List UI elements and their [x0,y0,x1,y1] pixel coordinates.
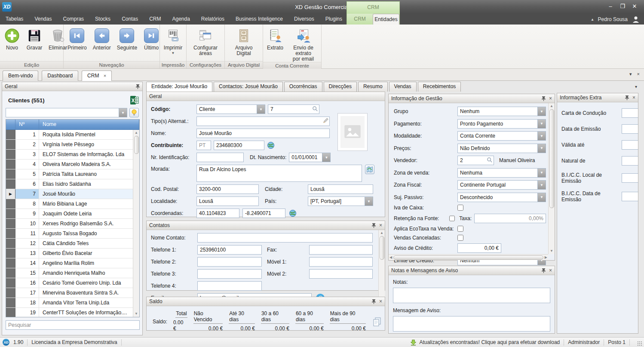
close-panel-icon[interactable]: × [379,223,382,228]
suj-passivo-dropdown[interactable]: Desconhecido▼ [457,193,546,202]
dt-nascimento-dropdown[interactable]: 01/01/0001▼ [289,153,331,162]
tab-list-dropdown-icon[interactable]: ▾ [629,71,632,77]
client-row[interactable]: ▶ 16 Cesário Tomé Guerreiro Unip. Lda [6,278,133,288]
seguinte-button[interactable]: Seguinte [114,26,140,51]
cidade-input[interactable] [308,184,373,194]
close-panel-icon[interactable]: × [379,299,382,304]
logged-user[interactable]: Pedro Sousa [598,16,628,22]
client-row[interactable]: ▶ 10 Xerxes Rodrigo Balsemão S.A. [6,219,133,229]
scroll-right-icon[interactable]: ▶ [545,255,547,259]
menu-item[interactable]: Agenda [166,14,195,25]
entity-photo-placeholder[interactable] [337,113,368,151]
movel2-input[interactable] [309,269,373,279]
client-row[interactable]: ▶ 18 Amanda Vítor Terra Unip.Lda [6,298,133,308]
tab-dashboard[interactable]: Dashboard [42,71,78,81]
scroll-down-icon[interactable]: ▼ [135,311,138,317]
resize-grip[interactable] [637,341,642,346]
extra-field-input[interactable] [622,173,638,183]
scroll-up-icon[interactable]: ▲ [550,103,553,109]
chevron-down-icon[interactable]: ▼ [537,144,546,153]
client-row[interactable]: ▶ 12 Cátia Cândido Teles [6,239,133,249]
scroll-up-icon[interactable]: ▲ [135,130,138,136]
ultimo-button[interactable]: Último [141,26,162,51]
clients-grid-scrollbar[interactable]: ▲ ▼ [133,130,139,317]
localidade-input[interactable] [196,197,259,206]
telefone4-input[interactable] [197,281,262,291]
telefone2-input[interactable] [197,257,262,267]
scroll-down-icon[interactable]: ▼ [550,248,553,254]
primeiro-button[interactable]: Primeiro [65,26,89,51]
tab-crm[interactable]: CRM × [82,71,112,81]
close-panel-icon[interactable]: × [549,268,552,273]
nome-input[interactable] [196,129,330,138]
download-update-icon[interactable] [410,339,417,346]
extra-field-input[interactable] [622,124,638,134]
client-row[interactable]: ▶ 2 Virgínia Ivete Pêssego [6,140,133,150]
fax-input[interactable] [309,245,373,255]
menu-item[interactable]: Stocks [89,14,116,25]
mensagem-aviso-textarea[interactable] [393,316,550,332]
scroll-thumb[interactable] [393,255,543,260]
configurar-areas-button[interactable]: Configurar áreas [191,26,220,56]
excel-export-icon[interactable]: X [130,96,139,104]
pencil-icon[interactable] [323,118,328,123]
map-icon[interactable] [365,165,374,174]
tips-lightbulb-icon[interactable] [129,108,139,117]
pin-icon[interactable] [372,223,376,228]
chevron-down-icon[interactable]: ▼ [537,120,546,128]
contacts-scrollbar[interactable]: ▲ ▼ [378,230,385,305]
tab-resumo[interactable]: Resumo [358,82,388,92]
arquivo-digital-button[interactable]: Arquivo Digital [233,26,255,56]
menu-item[interactable]: Diversos [288,14,320,25]
collapse-ribbon-icon[interactable]: ▴ [592,17,594,21]
chevron-down-icon[interactable]: ▼ [119,108,127,117]
aviso-credito-input[interactable] [457,243,501,253]
extra-field-input[interactable] [622,192,638,201]
client-row[interactable]: ▶ 19 CenterTT Soluções de Informação.... [6,308,133,317]
chevron-down-icon[interactable]: ▼ [537,169,546,177]
tab-close-icon[interactable]: × [104,73,106,78]
pin-icon[interactable] [542,96,546,101]
column-header-numero[interactable]: Nº [15,120,39,129]
contribuinte-input[interactable] [214,141,264,150]
close-button[interactable]: ✕ [629,0,641,12]
scroll-up-icon[interactable]: ▲ [380,230,383,236]
scroll-thumb[interactable] [134,136,139,154]
latitude-input[interactable] [196,209,239,218]
vies-globe-icon[interactable] [267,141,275,149]
chevron-down-icon[interactable]: ▼ [365,197,373,206]
tab-vendas[interactable]: Vendas [389,82,417,92]
nome-contato-input[interactable] [197,233,373,243]
menu-item[interactable]: Plugins [320,14,348,25]
scroll-left-icon[interactable]: ◀ [389,255,392,259]
tipos-alternat-input[interactable] [196,117,330,126]
menu-item[interactable]: Business Inteligence [230,14,288,25]
tab-contactos[interactable]: Contactos: Josué Mourão [214,82,283,92]
menu-item[interactable]: Compras [57,14,89,25]
pin-icon[interactable] [372,299,376,304]
extrato-button[interactable]: Extrato [264,26,286,51]
scroll-thumb[interactable] [549,109,554,208]
codigo-type-dropdown[interactable]: Cliente▼ [196,104,265,114]
contribuinte-prefix-input[interactable] [196,141,211,150]
imprimir-button[interactable]: Imprimir ▼ [161,26,185,55]
pin-icon[interactable] [136,84,140,89]
search-input[interactable] [6,320,140,330]
menu-item[interactable]: Contas [116,14,144,25]
client-row[interactable]: ▶ 4 Oliveira Marcelo Madeira S.A. [6,160,133,169]
clients-filter-combobox[interactable]: ▼ [6,108,127,117]
management-hscrollbar[interactable]: ◀▶ [389,254,548,260]
ribbon-tab-crm[interactable]: CRM [347,14,373,25]
client-row[interactable]: ▶ 7 Josué Mourão [6,189,133,199]
management-scrollbar[interactable]: ▲ ▼ [548,103,555,254]
taxa-input[interactable] [474,214,546,223]
telefone3-input[interactable] [197,269,262,279]
tab-entidade[interactable]: Entidade: Josué Mourão [146,82,212,92]
pin-icon[interactable] [542,268,546,273]
menu-item[interactable]: Relatórios [196,14,230,25]
ecotaxa-checkbox[interactable] [457,226,463,232]
chevron-down-icon[interactable]: ▼ [257,105,265,114]
search-icon[interactable] [487,157,493,163]
client-row[interactable]: ▶ 8 Mário Bibiana Lage [6,199,133,209]
codigo-input[interactable] [268,104,319,114]
